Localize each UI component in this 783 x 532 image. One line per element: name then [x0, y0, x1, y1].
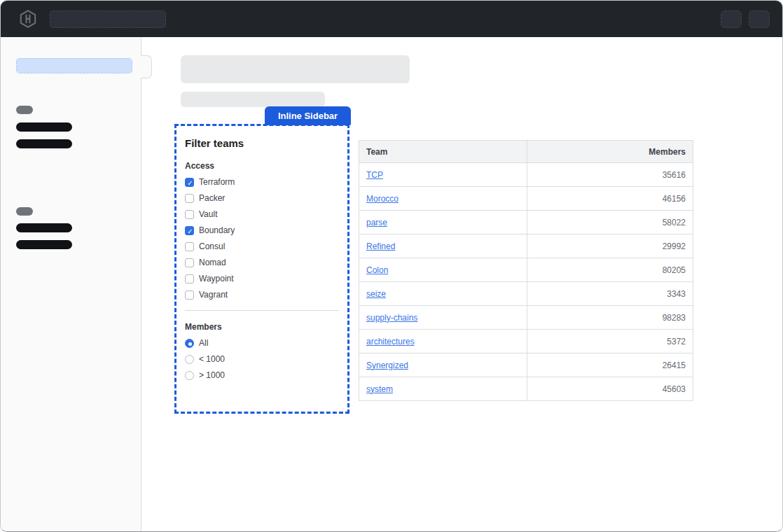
members-count: 26415	[527, 354, 693, 377]
radio-label: < 1000	[199, 354, 225, 364]
checkbox-label: Boundary	[199, 225, 235, 235]
access-checkbox-list: Terraform Packer Vault Boundary	[185, 177, 339, 300]
radio-icon[interactable]	[185, 371, 194, 380]
members-count: 80205	[527, 258, 693, 282]
checkbox-icon[interactable]	[185, 242, 194, 251]
radio-row-gt-1000[interactable]: > 1000	[185, 370, 339, 380]
radio-row-lt-1000[interactable]: < 1000	[185, 354, 339, 364]
radio-icon[interactable]	[185, 339, 194, 348]
checkbox-icon[interactable]	[185, 226, 194, 235]
sidebar	[1, 37, 141, 532]
app-window: Inline Sidebar Filter teams Access Terra…	[0, 0, 783, 532]
filter-panel-divider	[185, 310, 339, 311]
radio-label: All	[199, 338, 208, 348]
members-radio-list: All < 1000 > 1000	[185, 338, 339, 380]
table-row: parse 58022	[359, 211, 693, 234]
team-link[interactable]: supply-chains	[366, 313, 417, 323]
teams-table: Team Members TCP 35616 Morocco 46156 par…	[359, 140, 693, 401]
members-count: 58022	[527, 211, 693, 234]
annotation-badge-label: Inline Sidebar	[278, 111, 338, 121]
radio-icon[interactable]	[185, 355, 194, 364]
sidebar-toggle-handle[interactable]	[141, 55, 152, 78]
members-count: 35616	[527, 163, 693, 187]
checkbox-label: Terraform	[199, 177, 235, 187]
team-link[interactable]: Colon	[366, 265, 388, 275]
table-header-row: Team Members	[359, 141, 693, 163]
table-row: TCP 35616	[359, 163, 693, 187]
table-row: architectures 5372	[359, 330, 693, 354]
app-body: Inline Sidebar Filter teams Access Terra…	[1, 37, 782, 532]
team-link[interactable]: Refined	[366, 241, 395, 251]
table-row: supply-chains 98283	[359, 306, 693, 330]
nav-title-placeholder	[50, 10, 166, 28]
checkbox-icon[interactable]	[185, 194, 194, 203]
checkbox-icon[interactable]	[185, 274, 194, 284]
checkbox-icon[interactable]	[185, 290, 194, 300]
team-link[interactable]: parse	[366, 218, 387, 227]
topbar-action-placeholder-1	[721, 10, 742, 28]
members-count: 46156	[527, 187, 693, 211]
sidebar-item-placeholder	[16, 139, 72, 148]
table-row: system 45603	[359, 377, 693, 401]
sidebar-item-placeholder	[16, 122, 72, 132]
checkbox-row-vault[interactable]: Vault	[185, 209, 339, 219]
table-row: Colon 80205	[359, 258, 693, 282]
page-title-placeholder	[181, 55, 410, 83]
team-link[interactable]: TCP	[366, 170, 383, 180]
checkbox-row-waypoint[interactable]: Waypoint	[185, 274, 339, 284]
hashicorp-logo-icon	[19, 10, 37, 28]
topbar-actions	[721, 10, 770, 28]
checkbox-icon[interactable]	[185, 210, 194, 219]
checkbox-row-terraform[interactable]: Terraform	[185, 177, 339, 187]
team-link[interactable]: seize	[366, 289, 386, 299]
access-section-label: Access	[185, 161, 339, 171]
sidebar-active-item-placeholder	[16, 58, 132, 74]
members-count: 3343	[527, 282, 693, 306]
sidebar-section-label-placeholder	[16, 207, 33, 216]
checkbox-row-packer[interactable]: Packer	[185, 193, 339, 203]
sidebar-item-placeholder	[16, 223, 72, 232]
checkbox-icon[interactable]	[185, 178, 194, 187]
sidebar-section-label-placeholder	[16, 106, 33, 114]
table-row: Refined 29992	[359, 234, 693, 258]
sidebar-item-placeholder	[16, 240, 72, 249]
filter-panel-title: Filter teams	[185, 137, 339, 150]
checkbox-label: Nomad	[199, 258, 226, 267]
members-count: 29992	[527, 234, 693, 258]
checkbox-label: Vagrant	[199, 290, 228, 300]
members-count: 5372	[527, 330, 693, 354]
checkbox-row-boundary[interactable]: Boundary	[185, 225, 339, 235]
table-row: Synergized 26415	[359, 354, 693, 377]
team-link[interactable]: Synergized	[366, 360, 408, 370]
checkbox-row-nomad[interactable]: Nomad	[185, 258, 339, 267]
members-count: 98283	[527, 306, 693, 330]
main-content: Inline Sidebar Filter teams Access Terra…	[141, 37, 782, 532]
team-link[interactable]: architectures	[366, 337, 415, 346]
topbar-action-placeholder-2	[749, 10, 770, 28]
page-subtitle-placeholder	[181, 92, 325, 107]
column-header-team: Team	[359, 141, 527, 163]
checkbox-row-consul[interactable]: Consul	[185, 241, 339, 251]
column-header-members: Members	[527, 141, 693, 163]
team-link[interactable]: system	[366, 384, 393, 394]
checkbox-label: Waypoint	[199, 274, 234, 284]
topbar	[1, 1, 782, 37]
checkbox-row-vagrant[interactable]: Vagrant	[185, 290, 339, 300]
table-row: seize 3343	[359, 282, 693, 306]
radio-row-all[interactable]: All	[185, 338, 339, 348]
annotation-badge: Inline Sidebar	[265, 106, 351, 125]
inline-sidebar-filter-panel: Filter teams Access Terraform Packer Vau…	[174, 124, 349, 414]
checkbox-label: Packer	[199, 193, 225, 203]
table-row: Morocco 46156	[359, 187, 693, 211]
members-count: 45603	[527, 377, 693, 401]
checkbox-icon[interactable]	[185, 258, 194, 267]
radio-label: > 1000	[199, 370, 225, 380]
team-link[interactable]: Morocco	[366, 194, 399, 204]
checkbox-label: Consul	[199, 241, 225, 251]
checkbox-label: Vault	[199, 209, 217, 219]
members-section-label: Members	[185, 322, 339, 332]
